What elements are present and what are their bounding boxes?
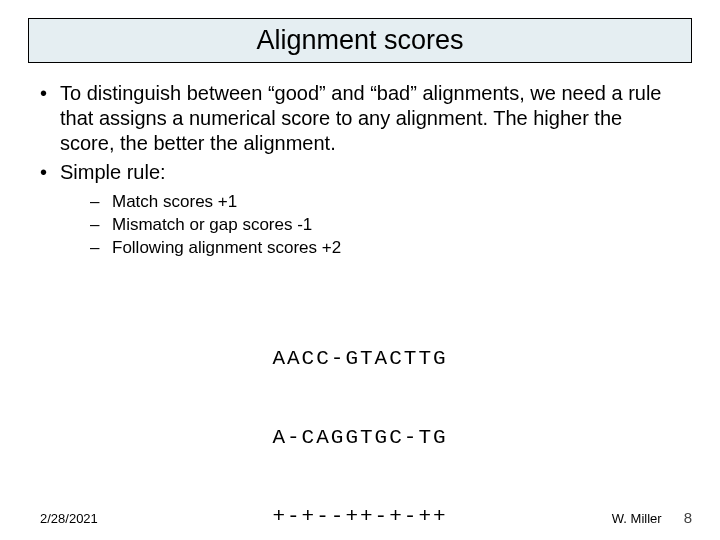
list-item: Mismatch or gap scores -1 [90,214,682,237]
main-list: To distinguish between “good” and “bad” … [38,81,682,260]
list-item: Match scores +1 [90,191,682,214]
alignment-row: AACC-GTACTTG [38,346,682,372]
sub-list: Match scores +1 Mismatch or gap scores -… [60,191,682,260]
slide-title: Alignment scores [256,25,463,55]
bullet-text: To distinguish between “good” and “bad” … [60,82,661,154]
sub-bullet-text: Match scores +1 [112,192,237,211]
sub-bullet-text: Following alignment scores +2 [112,238,341,257]
footer-date: 2/28/2021 [40,511,98,526]
list-item: Simple rule: Match scores +1 Mismatch or… [38,160,682,260]
footer-author: W. Miller [612,511,662,526]
bullet-text: Simple rule: [60,161,166,183]
alignment-row: A-CAGGTGC-TG [38,425,682,451]
footer: 2/28/2021 W. Miller 8 [0,509,720,526]
content-area: To distinguish between “good” and “bad” … [38,81,682,540]
page-number: 8 [684,509,692,526]
footer-right: W. Miller 8 [612,509,692,526]
alignment-block: AACC-GTACTTG A-CAGGTGC-TG +-+--++-+-++ [38,294,682,540]
list-item: Following alignment scores +2 [90,237,682,260]
slide-title-box: Alignment scores [28,18,692,63]
list-item: To distinguish between “good” and “bad” … [38,81,682,156]
sub-bullet-text: Mismatch or gap scores -1 [112,215,312,234]
